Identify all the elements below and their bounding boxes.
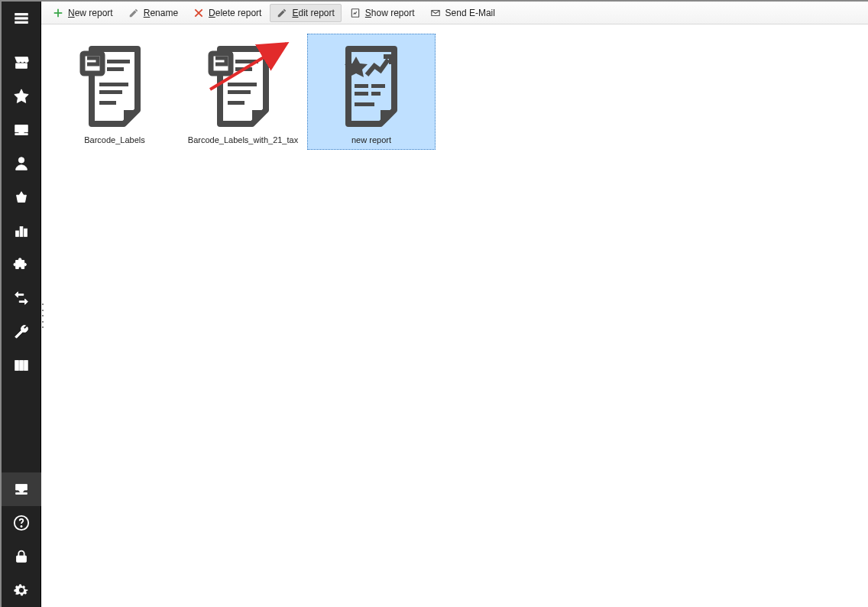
show-report-icon bbox=[350, 8, 361, 18]
help-icon bbox=[13, 514, 30, 531]
new-report-button[interactable]: New report bbox=[46, 4, 120, 22]
report-item[interactable]: Barcode_Labels_with_21_tax bbox=[179, 34, 307, 150]
pencil-icon bbox=[128, 8, 139, 18]
star-icon bbox=[13, 88, 30, 105]
sidebar-lock[interactable] bbox=[2, 540, 41, 573]
report-item-label: new report bbox=[351, 135, 391, 144]
menu-button[interactable] bbox=[2, 2, 41, 35]
sidebar-customers[interactable] bbox=[2, 147, 41, 180]
sidebar-store[interactable] bbox=[2, 46, 41, 80]
sidebar-basket[interactable] bbox=[2, 180, 41, 214]
inbox-icon bbox=[13, 122, 30, 138]
menu-icon bbox=[13, 10, 30, 27]
send-email-label: Send E-Mail bbox=[445, 8, 495, 18]
reports-icon bbox=[13, 481, 30, 498]
sidebar-reports[interactable] bbox=[2, 472, 41, 506]
sidebar-settings[interactable] bbox=[2, 573, 41, 607]
report-list: Barcode_Labels Barcode_Labels_with_21_ta… bbox=[41, 24, 868, 607]
rename-label: ename bbox=[150, 8, 178, 18]
sidebar-layout[interactable] bbox=[2, 349, 41, 382]
mail-icon bbox=[430, 8, 441, 18]
report-item[interactable]: Barcode_Labels bbox=[50, 34, 179, 150]
basket-icon bbox=[13, 189, 30, 206]
person-icon bbox=[13, 155, 30, 172]
send-email-button[interactable]: Send E-Mail bbox=[423, 4, 502, 22]
x-icon bbox=[193, 8, 204, 18]
splitter-handle[interactable] bbox=[41, 300, 44, 331]
show-report-label: how report bbox=[371, 8, 415, 18]
sidebar-plugins[interactable] bbox=[2, 248, 41, 281]
report-item-label: Barcode_Labels_with_21_tax bbox=[188, 135, 298, 144]
delete-report-label: elete report bbox=[215, 8, 262, 18]
gear-icon bbox=[13, 582, 30, 599]
report-item-label: Barcode_Labels bbox=[84, 135, 145, 144]
store-icon bbox=[13, 54, 30, 71]
report-doc-icon bbox=[205, 43, 281, 127]
sidebar-inbox[interactable] bbox=[2, 113, 41, 147]
plus-icon bbox=[53, 8, 63, 18]
edit-report-button[interactable]: Edit report bbox=[270, 4, 341, 22]
chart-icon bbox=[13, 222, 30, 239]
rename-button[interactable]: Rename bbox=[121, 4, 185, 22]
toolbar: New report Rename Delete report Edit rep… bbox=[41, 2, 868, 24]
main-panel: New report Rename Delete report Edit rep… bbox=[41, 2, 868, 607]
report-chart-icon bbox=[333, 43, 410, 127]
report-doc-icon bbox=[76, 43, 153, 127]
app-root: New report Rename Delete report Edit rep… bbox=[2, 2, 868, 607]
show-report-button[interactable]: Show report bbox=[343, 4, 422, 22]
report-item-selected[interactable]: new report bbox=[307, 34, 436, 150]
wrench-icon bbox=[13, 323, 30, 340]
sidebar-tools[interactable] bbox=[2, 315, 41, 349]
sidebar-help[interactable] bbox=[2, 506, 41, 540]
columns-icon bbox=[13, 357, 30, 374]
pencil-icon bbox=[277, 8, 287, 18]
sidebar-statistics[interactable] bbox=[2, 214, 41, 248]
puzzle-icon bbox=[13, 256, 30, 273]
edit-report-label: dit report bbox=[298, 8, 334, 18]
lock-icon bbox=[13, 548, 30, 565]
transfer-icon bbox=[13, 290, 30, 307]
sidebar bbox=[2, 2, 41, 607]
sidebar-favorites[interactable] bbox=[2, 80, 41, 113]
delete-report-button[interactable]: Delete report bbox=[186, 4, 268, 22]
new-report-label: ew report bbox=[75, 8, 113, 18]
sidebar-transfer[interactable] bbox=[2, 281, 41, 315]
